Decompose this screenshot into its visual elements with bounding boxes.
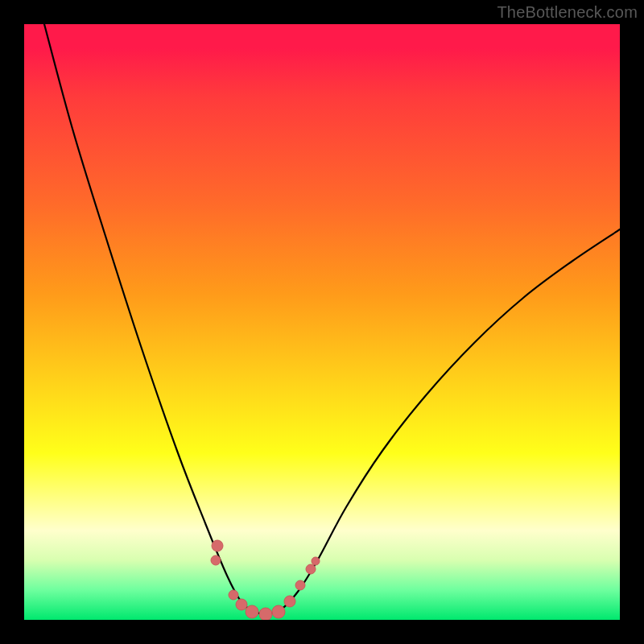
- data-marker: [211, 555, 221, 565]
- data-marker: [246, 605, 258, 618]
- data-marker: [284, 596, 295, 607]
- curve-left-branch: [44, 24, 266, 614]
- chart-svg: [24, 24, 620, 620]
- watermark-text: TheBottleneck.com: [497, 3, 638, 22]
- data-marker: [306, 564, 316, 574]
- data-marker: [295, 580, 305, 590]
- chart-frame: TheBottleneck.com: [0, 0, 644, 644]
- plot-area: [24, 24, 620, 620]
- data-marker: [259, 608, 272, 620]
- curve-right-branch: [266, 229, 620, 614]
- data-markers: [211, 540, 320, 620]
- data-marker: [312, 557, 320, 565]
- data-marker: [272, 605, 285, 618]
- data-marker: [236, 599, 247, 610]
- data-marker: [229, 590, 238, 600]
- data-marker: [212, 540, 223, 551]
